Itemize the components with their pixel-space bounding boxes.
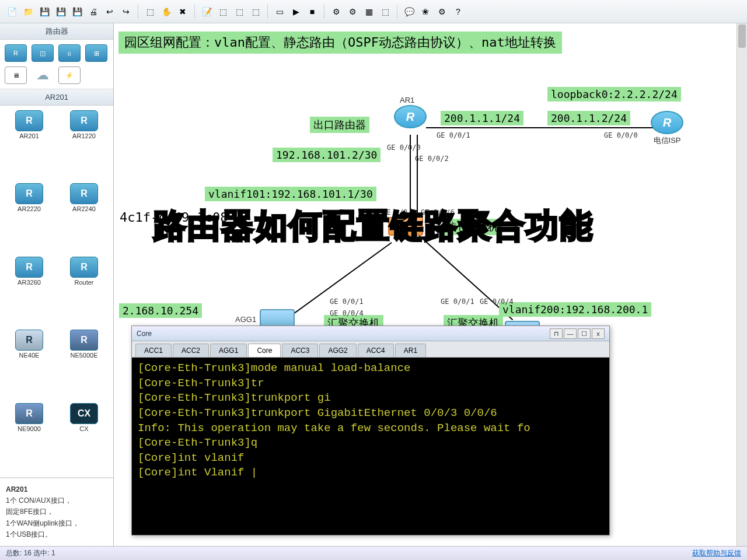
topology-label: 2.168.10.254 (119, 303, 202, 318)
link-ar1-isp[interactable] (426, 127, 659, 128)
cli-minimize-button[interactable]: — (564, 328, 577, 339)
cli-tab-ACC4[interactable]: ACC4 (358, 344, 394, 357)
toolbar-button[interactable]: ⚙ (329, 5, 343, 19)
device-label: NE5000E (60, 352, 109, 359)
toolbar-button[interactable]: ↪ (119, 5, 133, 19)
port-label: GE 0/0/0 (604, 131, 638, 139)
port-label: GE 0/0/6 (421, 208, 455, 216)
device-label: AR3260 (5, 279, 54, 286)
status-left: 总数: 16 选中: 1 (6, 548, 55, 558)
device-icon: R (70, 257, 98, 278)
device-AR1220[interactable]: RAR1220 (60, 110, 109, 180)
device-AR201[interactable]: RAR201 (5, 110, 54, 180)
cli-tab-AGG1[interactable]: AGG1 (210, 344, 247, 357)
toolbar-button[interactable]: ⬚ (249, 5, 263, 19)
toolbar-button[interactable]: ❀ (418, 5, 432, 19)
toolbar-button[interactable]: 📄 (5, 5, 19, 19)
device-AR2220[interactable]: RAR2220 (5, 183, 54, 253)
main-toolbar: 📄📁💾💾💾🖨↩↪⬚✋✖📝⬚⬚⬚▭▶■⚙⚙▦⬚💬❀⚙? (0, 0, 747, 23)
cli-tab-AGG2[interactable]: AGG2 (319, 344, 356, 357)
desc-body: 1个 CON/AUX接口，固定8FE接口，1个WAN侧uplink接口，1个US… (6, 496, 79, 538)
toolbar-button[interactable]: ? (451, 5, 465, 19)
device-icon: R (15, 257, 43, 278)
toolbar-button[interactable]: ⚙ (345, 5, 359, 19)
toolbar-button[interactable]: ⬚ (143, 5, 157, 19)
cli-tab-ACC3[interactable]: ACC3 (282, 344, 318, 357)
toolbar-button[interactable]: ▦ (362, 5, 376, 19)
device-icon: CX (70, 403, 98, 424)
palette-item[interactable]: ⊞ (85, 44, 107, 62)
cli-tab-Core[interactable]: Core (248, 344, 281, 357)
toolbar-button[interactable]: ▭ (273, 5, 287, 19)
toolbar-button[interactable]: 💾 (70, 5, 84, 19)
device-label: AR2220 (5, 205, 54, 212)
port-label: GE 0/0/0 (387, 144, 421, 152)
palette-item[interactable]: ⚡ (58, 66, 81, 84)
device-sidebar: 路由器 R◫⩍⊞🖥☁⚡ AR201 RAR201RAR1220RAR2220RA… (0, 23, 114, 546)
palette-item[interactable]: ☁ (32, 66, 54, 84)
scrollbar-thumb[interactable] (738, 24, 746, 48)
device-AR2240[interactable]: RAR2240 (60, 183, 109, 253)
cli-maximize-button[interactable]: ☐ (578, 328, 591, 339)
toolbar-button[interactable]: 💾 (37, 5, 51, 19)
toolbar-button[interactable]: ↩ (103, 5, 117, 19)
palette-item[interactable]: 🖥 (5, 66, 27, 84)
port-label: GE 0/0/4 (330, 309, 364, 317)
device-AR3260[interactable]: RAR3260 (5, 257, 54, 326)
device-icon: R (70, 183, 98, 204)
port-label: GE 0/0/4 (480, 298, 514, 306)
sidebar-header: 路由器 (0, 23, 113, 40)
device-label: Router (60, 279, 109, 286)
node-Core[interactable]: Core (388, 217, 423, 236)
device-description: AR201 1个 CON/AUX接口，固定8FE接口，1个WAN侧uplink接… (0, 478, 113, 546)
topology-label: vlanif200:192.168.200.1 (499, 302, 651, 317)
cli-terminal[interactable]: [Core-Eth-Trunk3]mode manual load-balanc… (132, 358, 609, 535)
device-icon: R (15, 110, 43, 131)
toolbar-button[interactable]: 💬 (402, 5, 416, 19)
node-label: 电信ISP (651, 135, 683, 146)
toolbar-button[interactable]: ⬚ (232, 5, 246, 19)
device-Router[interactable]: RRouter (60, 257, 109, 326)
device-grid: RAR201RAR1220RAR2220RAR2240RAR3260RRoute… (0, 106, 113, 478)
cli-tab-AR1[interactable]: AR1 (395, 344, 426, 357)
cli-pin-button[interactable]: ⊓ (550, 328, 563, 339)
toolbar-button[interactable]: ⬚ (378, 5, 392, 19)
port-label: GE 0/0/1 (330, 298, 364, 306)
device-NE5000E[interactable]: RNE5000E (60, 330, 109, 399)
toolbar-button[interactable]: ⬚ (216, 5, 230, 19)
palette-item[interactable]: ◫ (32, 44, 54, 62)
router-icon: R (394, 105, 427, 128)
toolbar-button[interactable]: 📁 (21, 5, 35, 19)
palette-item[interactable]: R (5, 44, 27, 62)
topology-label: loopback0:2.2.2.2/24 (547, 87, 681, 102)
toolbar-button[interactable]: 🖨 (86, 5, 100, 19)
port-label: GE 0/0/1 (437, 131, 470, 139)
node-label: Core (364, 223, 380, 232)
node-label: AR1 (400, 96, 414, 104)
device-label: AR2240 (60, 205, 109, 212)
toolbar-button[interactable]: 📝 (200, 5, 214, 19)
device-label: CX (60, 425, 109, 432)
topology-label: 出口路由器 (310, 117, 369, 133)
toolbar-button[interactable]: 💾 (54, 5, 68, 19)
cli-titlebar[interactable]: Core ⊓ — ☐ x (132, 326, 609, 341)
cli-close-button[interactable]: x (592, 328, 605, 339)
node-AR1[interactable]: RAR1 (394, 105, 427, 128)
canvas-scrollbar[interactable] (736, 23, 747, 546)
toolbar-button[interactable]: ✖ (176, 5, 190, 19)
cli-tab-ACC2[interactable]: ACC2 (173, 344, 209, 357)
palette-item[interactable]: ⩍ (58, 44, 81, 62)
device-NE40E[interactable]: RNE40E (5, 330, 54, 399)
cli-window[interactable]: Core ⊓ — ☐ x ACC1ACC2AGG1CoreACC3AGG2ACC… (131, 326, 610, 536)
toolbar-button[interactable]: ⚙ (435, 5, 449, 19)
device-NE9000[interactable]: RNE9000 (5, 403, 54, 473)
router-icon: R (651, 111, 683, 134)
device-CX[interactable]: CXCX (60, 403, 109, 473)
node-电信ISP[interactable]: R电信ISP (651, 111, 683, 146)
toolbar-button[interactable]: ■ (305, 5, 319, 19)
toolbar-button[interactable]: ✋ (159, 5, 173, 19)
status-bar: 总数: 16 选中: 1 获取帮助与反馈 (0, 546, 747, 560)
toolbar-button[interactable]: ▶ (289, 5, 303, 19)
help-link[interactable]: 获取帮助与反馈 (692, 548, 741, 558)
cli-tab-ACC1[interactable]: ACC1 (135, 344, 172, 357)
